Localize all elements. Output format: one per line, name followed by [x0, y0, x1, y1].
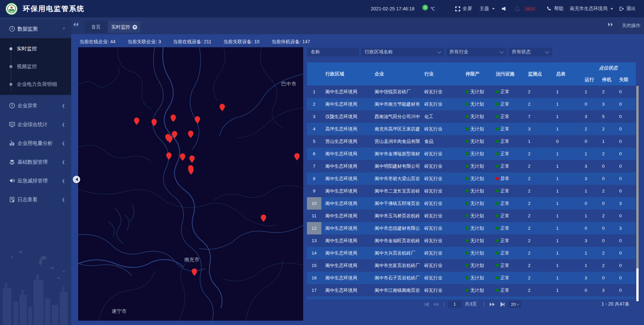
- map-pin[interactable]: [151, 119, 157, 126]
- cell-facility-status: 正常: [492, 135, 524, 148]
- table-row[interactable]: 12阆中生态环境局阆中市忠信建材有限公砖瓦行业无计划正常21003: [307, 222, 636, 234]
- col-header-行业[interactable]: 行业: [424, 62, 434, 86]
- table-row[interactable]: 18南部生态环境局南部县砚华水泥有限公建材加工无计划正常60050: [307, 296, 636, 299]
- help-button[interactable]: 帮助: [547, 6, 564, 12]
- logout-button[interactable]: 退出: [619, 6, 636, 12]
- next-page-button[interactable]: [489, 300, 495, 309]
- region-filter-select[interactable]: 行政区域名称: [361, 48, 444, 56]
- table-row[interactable]: 11阆中生态环境局阆中市五马桥页岩机砖砖瓦行业无计划正常21120: [307, 210, 636, 222]
- cell-meters: 1: [552, 284, 581, 296]
- prev-page-button[interactable]: [433, 300, 439, 309]
- cell-lost: 0: [615, 135, 636, 148]
- sidebar-item-2[interactable]: 企业综合统计 ❮: [0, 115, 71, 134]
- sidebar-item-1[interactable]: 企业异常 ❮: [0, 96, 71, 115]
- sidebar-item-5[interactable]: 应急减排管理 ❮: [0, 171, 71, 190]
- table-row[interactable]: 4高坪生态环境局南充市高坪区王家店建砖瓦行业无计划正常31220: [307, 123, 636, 135]
- notifications[interactable]: 2632: [515, 6, 537, 12]
- table-row[interactable]: 9阆中生态环境局阆中市二龙长宝页岩砖砖瓦行业无计划正常21120: [307, 185, 636, 197]
- table-row[interactable]: 14阆中生态环境局阆中大兴页岩机砖厂砖瓦行业无计划正常21120: [307, 247, 636, 259]
- map-pin[interactable]: [180, 153, 185, 161]
- map-pin[interactable]: [192, 268, 197, 276]
- table-row[interactable]: 1阆中生态环境局阆中强锐页岩砖厂砖瓦行业无计划正常21120: [307, 86, 636, 98]
- map-pin[interactable]: [294, 153, 300, 161]
- cell-industry: 砖瓦行业: [420, 284, 462, 296]
- table-row[interactable]: 6阆中生态环境局阆中市金博瑞新型墙材砖瓦行业无计划正常21120: [307, 148, 636, 160]
- map-pin[interactable]: [134, 117, 140, 125]
- map-pin[interactable]: [219, 104, 225, 111]
- sidebar-subitem-实时监控[interactable]: 实时监控: [0, 40, 71, 58]
- tabs-scroll-right-icon[interactable]: [608, 22, 613, 28]
- table-row[interactable]: 3仪陇生态环境局西南油气田分公司川中化工无计划正常71350: [307, 110, 636, 123]
- status-filter-select[interactable]: 所有状态: [508, 48, 552, 56]
- chevron-left-icon: ❮: [62, 103, 65, 108]
- theme-dropdown[interactable]: 主题: [480, 6, 495, 12]
- map-pin[interactable]: [166, 152, 172, 160]
- name-filter-input[interactable]: 名称: [307, 48, 359, 56]
- table-row[interactable]: 2阆中生态环境局阆中市南方节能建材有砖瓦行业无计划正常21030: [307, 98, 636, 110]
- tab-close-icon[interactable]: ✕: [132, 25, 137, 30]
- status-dot-icon: [496, 177, 499, 180]
- table-row[interactable]: 5营山生态环境局营山县润丰肉食品有限食品无计划正常10010: [307, 135, 636, 148]
- page-number-input[interactable]: [448, 301, 461, 308]
- sidebar-item-0[interactable]: 数据监测 ˅: [0, 19, 71, 38]
- city-label-巴中市: 巴中市: [281, 81, 297, 87]
- cell-stop: 0: [598, 272, 615, 284]
- cell-company: 阆中市金福旺页岩机砖: [371, 234, 420, 247]
- first-page-button[interactable]: [424, 300, 429, 309]
- status-dot-icon: [466, 276, 469, 279]
- phone-icon: [547, 6, 552, 11]
- tab-realtime-monitor[interactable]: 实时监控 ✕: [108, 21, 141, 33]
- map-pin[interactable]: [195, 116, 200, 124]
- total-pages-label: 共3页: [465, 300, 477, 309]
- table-row[interactable]: 16阆中生态环境局阆中市石子页岩机砖厂砖瓦行业无计划正常21300: [307, 272, 636, 284]
- map-pin[interactable]: [188, 167, 194, 175]
- map-pin[interactable]: [188, 130, 194, 138]
- sidebar-subitem-企业电力负荷明细[interactable]: 企业电力负荷明细: [0, 75, 71, 93]
- cell-limit-status: 无计划: [462, 98, 492, 110]
- table-row[interactable]: 17阆中生态环境局阆中市江南镇阆南页岩砖瓦行业无计划正常21030: [307, 284, 636, 296]
- sidebar-collapse-button[interactable]: [73, 176, 80, 183]
- map-pin[interactable]: [189, 155, 195, 163]
- col-header-失联[interactable]: 失联: [619, 74, 629, 86]
- tabs-scroll-left-icon[interactable]: [73, 22, 78, 28]
- sidebar-item-4[interactable]: 基础数据管理 ❮: [0, 153, 71, 171]
- cell-facility-status: 正常: [492, 272, 524, 284]
- table-row[interactable]: 13阆中生态环境局阆中市金福旺页岩机砖砖瓦行业无计划正常21300: [307, 234, 636, 247]
- map-pin[interactable]: [261, 214, 266, 222]
- fullscreen-button[interactable]: 全屏: [455, 6, 472, 12]
- table-row[interactable]: 10阆中生态环境局阆中千佛镇五郎垭页岩砖瓦行业无计划正常21003: [307, 197, 636, 210]
- map-pin[interactable]: [167, 136, 173, 143]
- industry-filter-select[interactable]: 所有行业: [446, 48, 506, 56]
- table-row[interactable]: 15阆中生态环境局阆中市光富页岩机砖厂砖瓦行业无计划正常21120: [307, 259, 636, 272]
- table-scrollbar[interactable]: [636, 86, 639, 301]
- col-header-监测点[interactable]: 监测点: [528, 62, 542, 86]
- col-header-停机[interactable]: 停机: [602, 74, 611, 86]
- org-dropdown[interactable]: 南充市生态环境局: [570, 6, 613, 12]
- col-header-治污设施[interactable]: 治污设施: [496, 62, 515, 86]
- sidebar-item-3[interactable]: 企业用电量分析 ❮: [0, 134, 71, 153]
- map-panel[interactable]: 巴中市南充市遂宁市: [78, 47, 303, 321]
- scrollbar-thumb[interactable]: [636, 86, 639, 268]
- cell-company: 营山县润丰肉食品有限: [371, 135, 420, 148]
- col-header-行政区域[interactable]: 行政区域: [325, 62, 344, 86]
- table-row[interactable]: 7阆中生态环境局阆中明阳建材有限公司砖瓦行业无计划正常21300: [307, 160, 636, 172]
- cell-limit-status: 无计划: [462, 148, 492, 160]
- cell-lost: 0: [615, 234, 636, 247]
- col-header-停限产[interactable]: 停限产: [466, 62, 480, 86]
- cell-run: 1: [581, 247, 598, 259]
- col-header-总表[interactable]: 总表: [556, 62, 566, 86]
- chevron-left-icon: ❮: [62, 141, 65, 146]
- tab-home[interactable]: 首页: [85, 21, 107, 33]
- sidebar-subitem-视频监控[interactable]: 视频监控: [0, 58, 71, 75]
- close-operations-button[interactable]: 关闭操作: [622, 17, 641, 34]
- map-pin[interactable]: [170, 114, 176, 122]
- sidebar-item-6[interactable]: 日志查看 ❮: [0, 190, 71, 209]
- cell-points: 2: [524, 259, 552, 272]
- mute-button[interactable]: [502, 7, 505, 11]
- table-row[interactable]: 8阆中生态环境局阆中市枣碧大梁山页岩砖瓦行业无计划异常21300: [307, 172, 636, 185]
- page-size-select[interactable]: 20: [508, 301, 521, 308]
- last-page-button[interactable]: [500, 300, 505, 309]
- cell-stop: 0: [598, 172, 615, 185]
- col-header-运行[interactable]: 运行: [585, 74, 594, 86]
- col-header-企业[interactable]: 企业: [375, 62, 384, 86]
